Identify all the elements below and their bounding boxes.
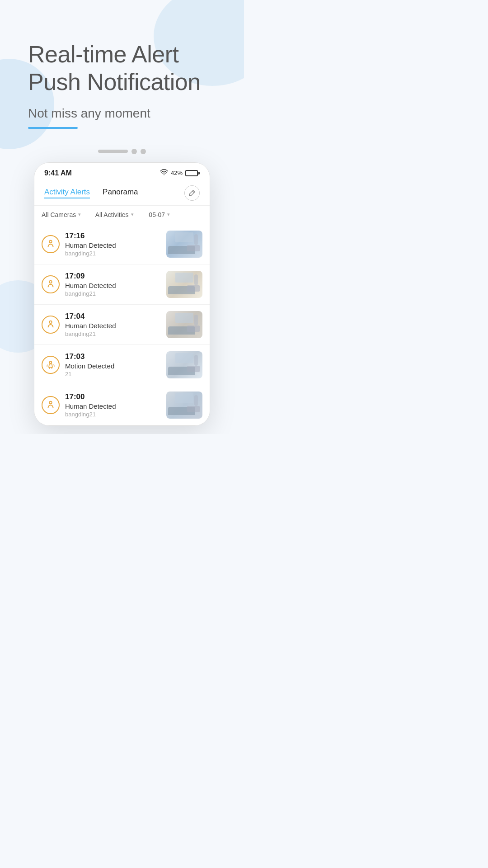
svg-point-1 [49,240,52,243]
activity-camera: 21 [65,371,161,377]
activity-list: 17:16 Human Detected bangding21 17:09 Hu… [34,224,210,425]
filter-date[interactable]: 05-07 ▾ [149,211,202,218]
tab-group: Activity Alerts Panorama [44,188,138,198]
activity-icon [42,235,60,253]
activity-icon [42,316,60,334]
activity-camera: bangding21 [65,411,161,418]
activities-chevron-icon: ▾ [131,212,134,217]
svg-point-5 [49,401,52,404]
pagination-dot-active [98,150,128,153]
activity-time: 17:00 [65,392,161,401]
wifi-icon [160,169,168,177]
battery-icon [185,170,200,176]
phone-mockup: 9:41 AM 42% Act [34,162,210,426]
activity-list-item[interactable]: 17:03 Motion Detected 21 [34,345,210,385]
activity-type: Human Detected [65,241,161,249]
cameras-chevron-icon: ▾ [78,212,81,217]
filter-date-label: 05-07 [149,211,165,218]
pagination-indicator [0,149,244,154]
activity-thumbnail [166,351,202,378]
edit-button[interactable] [184,185,200,201]
hero-section: Real-time Alert Push Notification Not mi… [0,0,244,129]
filter-bar: All Cameras ▾ All Activities ▾ 05-07 ▾ [34,206,210,224]
activity-camera: bangding21 [65,250,161,257]
svg-point-4 [50,361,52,363]
activity-info: 17:00 Human Detected bangding21 [65,392,161,418]
pagination-dot-2 [141,149,146,154]
phone-mockup-wrapper: 9:41 AM 42% Act [0,162,244,426]
activity-thumbnail [166,231,202,258]
filter-cameras[interactable]: All Cameras ▾ [42,211,95,218]
activity-thumbnail [166,271,202,298]
status-time: 9:41 AM [44,169,72,177]
activity-camera: bangding21 [65,290,161,297]
svg-point-0 [164,175,164,175]
activity-list-item[interactable]: 17:00 Human Detected bangding21 [34,385,210,425]
activity-info: 17:03 Motion Detected 21 [65,352,161,377]
tab-activity-alerts[interactable]: Activity Alerts [44,188,90,198]
activity-time: 17:04 [65,312,161,321]
activity-time: 17:03 [65,352,161,361]
activity-thumbnail [166,392,202,419]
activity-type: Motion Detected [65,362,161,370]
svg-point-3 [49,321,52,323]
activity-icon [42,356,60,374]
activity-camera: bangding21 [65,330,161,337]
svg-point-2 [49,280,52,283]
activity-list-item[interactable]: 17:09 Human Detected bangding21 [34,264,210,305]
hero-subtitle: Not miss any moment [28,106,216,121]
date-chevron-icon: ▾ [167,212,170,217]
status-bar: 9:41 AM 42% [34,163,210,181]
activity-type: Human Detected [65,282,161,289]
filter-activities[interactable]: All Activities ▾ [95,211,149,218]
tab-panorama[interactable]: Panorama [103,188,138,198]
filter-cameras-label: All Cameras [42,211,76,218]
activity-icon [42,396,60,414]
activity-type: Human Detected [65,322,161,330]
pagination-dot-1 [131,149,137,154]
activity-icon [42,275,60,293]
hero-underline-accent [28,127,78,129]
activity-info: 17:16 Human Detected bangding21 [65,231,161,257]
hero-title: Real-time Alert Push Notification [28,41,216,96]
activity-list-item[interactable]: 17:04 Human Detected bangding21 [34,305,210,345]
activity-info: 17:04 Human Detected bangding21 [65,312,161,337]
battery-percent: 42% [171,170,183,176]
activity-list-item[interactable]: 17:16 Human Detected bangding21 [34,224,210,264]
filter-activities-label: All Activities [95,211,129,218]
activity-time: 17:09 [65,272,161,281]
activity-time: 17:16 [65,231,161,241]
tab-bar: Activity Alerts Panorama [34,181,210,206]
activity-info: 17:09 Human Detected bangding21 [65,272,161,297]
activity-thumbnail [166,311,202,338]
activity-type: Human Detected [65,402,161,410]
status-icons: 42% [160,169,200,177]
